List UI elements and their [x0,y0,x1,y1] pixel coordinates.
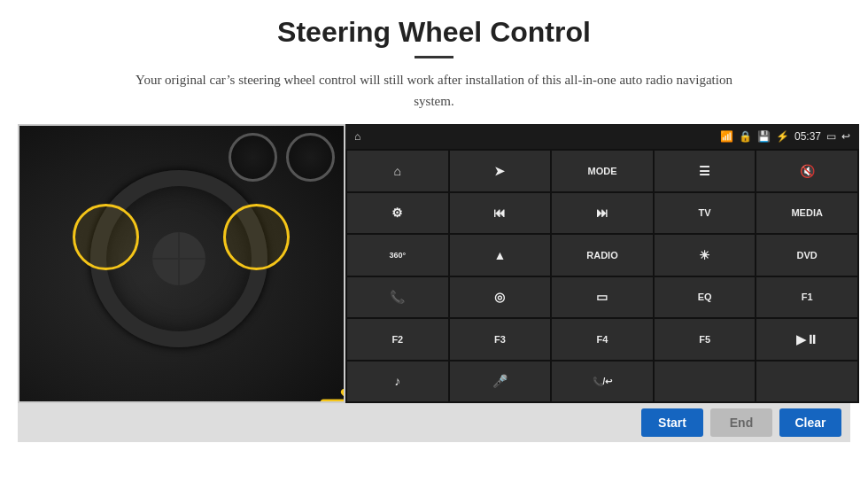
wifi-icon: 📶 [720,130,733,144]
end-button[interactable]: End [710,408,772,437]
btn-settings[interactable]: ⚙ [347,193,448,234]
btn-phone[interactable]: 📞 [347,277,448,318]
yellow-arrow-icon: ➜ [317,372,345,403]
btn-mode[interactable]: MODE [552,151,653,191]
highlight-circle-left [73,204,139,270]
btn-brightness[interactable]: ☀ [655,235,756,276]
btn-mute[interactable]: 🔇 [756,151,857,191]
btn-extra1[interactable] [655,362,756,402]
content-row: ➜ ⌂ 📶 🔒 💾 ⚡ 05:37 ▭ ↩ [18,124,850,403]
btn-list[interactable]: ☰ [655,151,756,191]
status-time: 05:37 [794,130,821,143]
btn-radio[interactable]: RADIO [552,235,653,276]
gauge-left [229,133,277,182]
car-image-inner: ➜ [19,126,344,401]
btn-screen[interactable]: ▭ [552,277,653,318]
highlight-circle-right [223,204,290,270]
cast-icon: ▭ [826,130,836,144]
btn-extra2[interactable] [756,362,857,402]
btn-dvd[interactable]: DVD [756,235,857,276]
btn-tv[interactable]: TV [655,193,756,234]
btn-eq[interactable]: EQ [655,277,756,318]
head-unit: ⌂ 📶 🔒 💾 ⚡ 05:37 ▭ ↩ ⌂ ➤ MODE ☰ [345,124,859,403]
title-divider [415,56,453,58]
page-subtitle: Your original car’s steering wheel contr… [115,69,753,112]
btn-navi[interactable]: ◎ [450,277,551,318]
start-button[interactable]: Start [641,408,703,437]
bluetooth-icon: ⚡ [776,130,789,144]
lock-icon: 🔒 [739,130,752,144]
btn-media[interactable]: MEDIA [756,193,857,234]
btn-mic[interactable]: 🎤 [450,362,551,402]
status-right: 📶 🔒 💾 ⚡ 05:37 ▭ ↩ [720,130,850,144]
back-icon: ↩ [841,130,850,144]
btn-eject[interactable]: ▲ [450,235,551,276]
gauge-right [286,133,335,182]
page-title: Steering Wheel Control [277,16,591,49]
status-bar: ⌂ 📶 🔒 💾 ⚡ 05:37 ▭ ↩ [345,124,859,149]
page-wrapper: Steering Wheel Control Your original car… [0,0,868,482]
sd-icon: 💾 [757,130,771,144]
car-image: ➜ [18,124,345,403]
home-status-icon: ⌂ [354,130,360,144]
clear-button[interactable]: Clear [779,408,841,437]
btn-next[interactable]: ⏭ [552,193,653,234]
btn-call-end[interactable]: 📞/↩ [552,362,653,402]
btn-home[interactable]: ⌂ [347,151,448,191]
btn-prev[interactable]: ⏮ [450,193,551,234]
btn-f1[interactable]: F1 [756,277,857,318]
status-left: ⌂ [354,130,360,144]
btn-360[interactable]: 360° [347,235,448,276]
action-bar: Start End Clear [18,403,850,442]
btn-music[interactable]: ♪ [347,362,448,402]
btn-f4[interactable]: F4 [552,319,653,360]
button-grid: ⌂ ➤ MODE ☰ 🔇 ⚙ ⏮ ⏭ TV MEDIA 360° ▲ RADIO… [345,149,859,403]
btn-f2[interactable]: F2 [347,319,448,360]
btn-nav[interactable]: ➤ [450,151,551,191]
btn-play-pause[interactable]: ▶⏸ [756,319,857,360]
sw-spoke-v [152,258,205,260]
gauge-area [229,133,335,204]
btn-f3[interactable]: F3 [450,319,551,360]
btn-f5[interactable]: F5 [655,319,756,360]
